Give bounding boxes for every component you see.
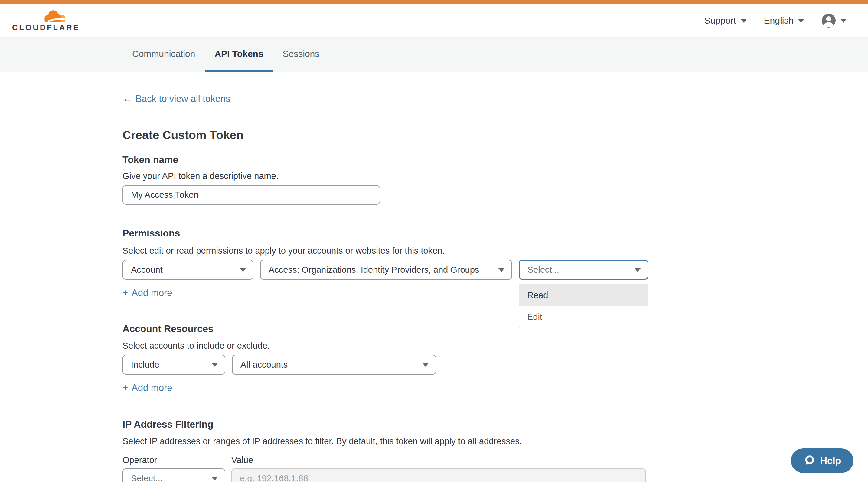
- token-name-input[interactable]: [123, 185, 380, 205]
- permissions-heading: Permissions: [123, 227, 868, 239]
- menu-option-read[interactable]: Read: [519, 284, 648, 306]
- user-avatar-icon: [822, 13, 836, 28]
- account-resources-row: Include All accounts: [123, 355, 868, 375]
- help-button[interactable]: Help: [791, 448, 854, 473]
- add-more-label: Add more: [131, 382, 172, 394]
- permissions-section: Permissions Select edit or read permissi…: [123, 227, 868, 299]
- back-link-label: Back to view all tokens: [135, 93, 230, 105]
- menu-option-edit[interactable]: Edit: [519, 306, 648, 328]
- cloudflare-cloud-icon: [38, 9, 70, 22]
- accounts-value: All accounts: [241, 360, 288, 370]
- value-label: Value: [231, 454, 646, 465]
- operator-label: Operator: [123, 454, 225, 465]
- accounts-dropdown[interactable]: All accounts: [232, 355, 436, 375]
- permissions-description: Select edit or read permissions to apply…: [123, 245, 868, 256]
- account-resources-description: Select accounts to include or exclude.: [123, 340, 868, 351]
- tab-bar: Communication API Tokens Sessions: [0, 38, 868, 72]
- chevron-down-icon: [840, 19, 847, 23]
- account-menu[interactable]: [822, 13, 847, 28]
- ip-filtering-description: Select IP addresses or ranges of IP addr…: [123, 436, 868, 447]
- brand-accent-bar: [0, 0, 868, 4]
- page-title: Create Custom Token: [123, 129, 868, 142]
- plus-icon: +: [123, 287, 128, 299]
- chevron-down-icon: [740, 19, 747, 23]
- account-resources-heading: Account Resources: [123, 323, 868, 335]
- back-link[interactable]: ← Back to view all tokens: [123, 93, 230, 105]
- token-name-heading: Token name: [123, 154, 868, 166]
- chevron-down-icon: [211, 363, 218, 367]
- cloudflare-logo-text: CLOUDFLARE: [12, 23, 72, 32]
- help-button-label: Help: [820, 455, 841, 466]
- add-more-label: Add more: [131, 287, 172, 299]
- account-resources-section: Account Resources Select accounts to inc…: [123, 323, 868, 394]
- permission-level-dropdown[interactable]: Select...: [519, 260, 648, 280]
- chevron-down-icon: [634, 268, 641, 272]
- permission-group-value: Access: Organizations, Identity Provider…: [269, 265, 479, 275]
- chevron-down-icon: [211, 477, 218, 481]
- arrow-left-icon: ←: [123, 93, 132, 105]
- language-label: English: [764, 15, 794, 26]
- support-label: Support: [704, 15, 736, 26]
- account-mode-dropdown[interactable]: Include: [123, 355, 225, 375]
- tab-api-tokens[interactable]: API Tokens: [205, 38, 273, 72]
- permission-level-wrap: Select... Read Edit: [519, 260, 648, 280]
- ip-filtering-section: IP Address Filtering Select IP addresses…: [123, 418, 868, 482]
- chat-bubble-icon: [803, 455, 815, 467]
- main-content: ← Back to view all tokens Create Custom …: [0, 72, 868, 482]
- support-menu[interactable]: Support: [704, 15, 747, 26]
- permissions-add-more-link[interactable]: + Add more: [123, 287, 173, 299]
- chevron-down-icon: [422, 363, 429, 367]
- tab-label: Sessions: [283, 49, 320, 59]
- tab-label: API Tokens: [214, 49, 263, 59]
- permission-scope-value: Account: [131, 265, 163, 275]
- ip-value-input[interactable]: [231, 469, 646, 482]
- account-mode-value: Include: [131, 360, 159, 370]
- tab-label: Communication: [132, 49, 195, 59]
- cloudflare-logo[interactable]: CLOUDFLARE: [12, 9, 72, 32]
- account-resources-add-more-link[interactable]: + Add more: [123, 382, 173, 394]
- permission-level-placeholder: Select...: [527, 265, 559, 275]
- ip-filtering-grid: Operator Value Select...: [123, 454, 868, 482]
- permission-level-menu: Read Edit: [519, 284, 648, 328]
- chevron-down-icon: [240, 268, 246, 272]
- header-nav: Support English: [704, 13, 847, 28]
- tab-communication[interactable]: Communication: [123, 38, 205, 72]
- plus-icon: +: [123, 382, 128, 394]
- tab-sessions[interactable]: Sessions: [273, 38, 329, 72]
- token-name-section: Token name Give your API token a descrip…: [123, 154, 868, 205]
- operator-placeholder: Select...: [131, 474, 163, 482]
- operator-dropdown[interactable]: Select...: [123, 469, 225, 482]
- chevron-down-icon: [498, 268, 505, 272]
- header: CLOUDFLARE Support English: [0, 4, 868, 38]
- chevron-down-icon: [798, 19, 805, 23]
- permissions-row: Account Access: Organizations, Identity …: [123, 260, 868, 280]
- permission-group-dropdown[interactable]: Access: Organizations, Identity Provider…: [260, 260, 512, 280]
- permission-scope-dropdown[interactable]: Account: [123, 260, 253, 280]
- token-name-description: Give your API token a descriptive name.: [123, 170, 868, 182]
- ip-filtering-heading: IP Address Filtering: [123, 418, 868, 430]
- language-menu[interactable]: English: [764, 15, 805, 26]
